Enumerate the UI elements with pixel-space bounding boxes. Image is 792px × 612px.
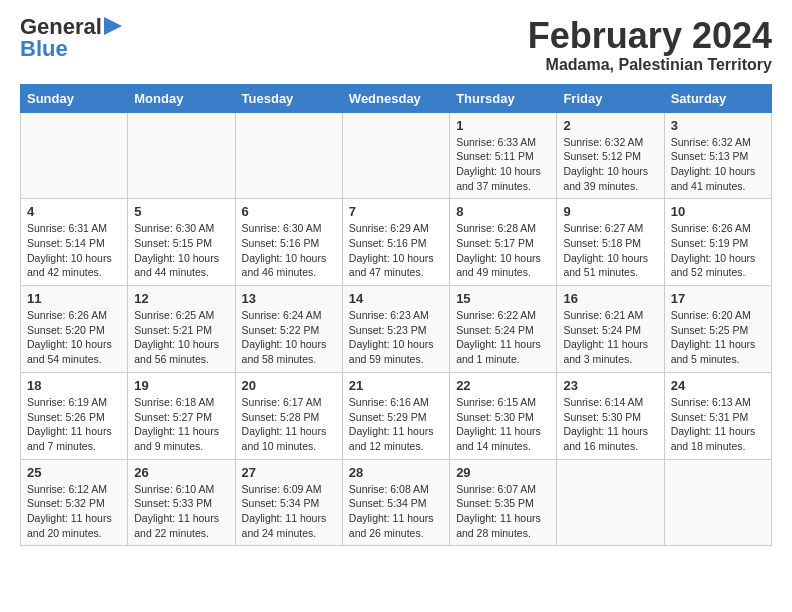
day-number: 2 — [563, 118, 657, 133]
calendar-cell: 19Sunrise: 6:18 AMSunset: 5:27 PMDayligh… — [128, 372, 235, 459]
day-number: 16 — [563, 291, 657, 306]
calendar-cell: 1Sunrise: 6:33 AMSunset: 5:11 PMDaylight… — [450, 112, 557, 199]
calendar-week-row: 4Sunrise: 6:31 AMSunset: 5:14 PMDaylight… — [21, 199, 772, 286]
header-friday: Friday — [557, 84, 664, 112]
calendar-cell — [664, 459, 771, 546]
day-number: 26 — [134, 465, 228, 480]
day-number: 11 — [27, 291, 121, 306]
day-number: 13 — [242, 291, 336, 306]
calendar-cell — [557, 459, 664, 546]
day-number: 18 — [27, 378, 121, 393]
calendar-cell: 14Sunrise: 6:23 AMSunset: 5:23 PMDayligh… — [342, 286, 449, 373]
calendar-cell: 15Sunrise: 6:22 AMSunset: 5:24 PMDayligh… — [450, 286, 557, 373]
day-number: 20 — [242, 378, 336, 393]
day-info: Sunrise: 6:07 AMSunset: 5:35 PMDaylight:… — [456, 482, 550, 541]
day-info: Sunrise: 6:29 AMSunset: 5:16 PMDaylight:… — [349, 221, 443, 280]
day-info: Sunrise: 6:18 AMSunset: 5:27 PMDaylight:… — [134, 395, 228, 454]
calendar-cell: 8Sunrise: 6:28 AMSunset: 5:17 PMDaylight… — [450, 199, 557, 286]
day-number: 5 — [134, 204, 228, 219]
day-info: Sunrise: 6:30 AMSunset: 5:16 PMDaylight:… — [242, 221, 336, 280]
header-thursday: Thursday — [450, 84, 557, 112]
calendar-cell — [128, 112, 235, 199]
calendar-cell: 10Sunrise: 6:26 AMSunset: 5:19 PMDayligh… — [664, 199, 771, 286]
page-header: General Blue February 2024 Madama, Pales… — [20, 16, 772, 74]
logo-arrow-icon — [104, 17, 122, 35]
calendar-cell: 27Sunrise: 6:09 AMSunset: 5:34 PMDayligh… — [235, 459, 342, 546]
day-info: Sunrise: 6:21 AMSunset: 5:24 PMDaylight:… — [563, 308, 657, 367]
calendar-week-row: 18Sunrise: 6:19 AMSunset: 5:26 PMDayligh… — [21, 372, 772, 459]
day-number: 14 — [349, 291, 443, 306]
day-info: Sunrise: 6:19 AMSunset: 5:26 PMDaylight:… — [27, 395, 121, 454]
day-number: 27 — [242, 465, 336, 480]
day-number: 8 — [456, 204, 550, 219]
calendar-cell: 21Sunrise: 6:16 AMSunset: 5:29 PMDayligh… — [342, 372, 449, 459]
calendar-cell: 13Sunrise: 6:24 AMSunset: 5:22 PMDayligh… — [235, 286, 342, 373]
day-number: 21 — [349, 378, 443, 393]
day-info: Sunrise: 6:32 AMSunset: 5:12 PMDaylight:… — [563, 135, 657, 194]
day-number: 19 — [134, 378, 228, 393]
day-info: Sunrise: 6:08 AMSunset: 5:34 PMDaylight:… — [349, 482, 443, 541]
day-info: Sunrise: 6:26 AMSunset: 5:20 PMDaylight:… — [27, 308, 121, 367]
day-info: Sunrise: 6:31 AMSunset: 5:14 PMDaylight:… — [27, 221, 121, 280]
logo-blue-text: Blue — [20, 38, 68, 60]
calendar-cell: 4Sunrise: 6:31 AMSunset: 5:14 PMDaylight… — [21, 199, 128, 286]
day-number: 1 — [456, 118, 550, 133]
calendar-table: SundayMondayTuesdayWednesdayThursdayFrid… — [20, 84, 772, 547]
calendar-cell — [342, 112, 449, 199]
location-title: Madama, Palestinian Territory — [528, 56, 772, 74]
day-info: Sunrise: 6:32 AMSunset: 5:13 PMDaylight:… — [671, 135, 765, 194]
calendar-cell: 24Sunrise: 6:13 AMSunset: 5:31 PMDayligh… — [664, 372, 771, 459]
day-info: Sunrise: 6:17 AMSunset: 5:28 PMDaylight:… — [242, 395, 336, 454]
calendar-cell — [21, 112, 128, 199]
calendar-cell: 16Sunrise: 6:21 AMSunset: 5:24 PMDayligh… — [557, 286, 664, 373]
calendar-cell — [235, 112, 342, 199]
header-saturday: Saturday — [664, 84, 771, 112]
calendar-cell: 11Sunrise: 6:26 AMSunset: 5:20 PMDayligh… — [21, 286, 128, 373]
title-section: February 2024 Madama, Palestinian Territ… — [528, 16, 772, 74]
day-info: Sunrise: 6:27 AMSunset: 5:18 PMDaylight:… — [563, 221, 657, 280]
calendar-cell: 17Sunrise: 6:20 AMSunset: 5:25 PMDayligh… — [664, 286, 771, 373]
calendar-cell: 18Sunrise: 6:19 AMSunset: 5:26 PMDayligh… — [21, 372, 128, 459]
calendar-cell: 23Sunrise: 6:14 AMSunset: 5:30 PMDayligh… — [557, 372, 664, 459]
day-number: 9 — [563, 204, 657, 219]
calendar-cell: 26Sunrise: 6:10 AMSunset: 5:33 PMDayligh… — [128, 459, 235, 546]
day-number: 29 — [456, 465, 550, 480]
day-info: Sunrise: 6:13 AMSunset: 5:31 PMDaylight:… — [671, 395, 765, 454]
day-number: 17 — [671, 291, 765, 306]
day-info: Sunrise: 6:10 AMSunset: 5:33 PMDaylight:… — [134, 482, 228, 541]
day-number: 10 — [671, 204, 765, 219]
day-info: Sunrise: 6:23 AMSunset: 5:23 PMDaylight:… — [349, 308, 443, 367]
calendar-cell: 6Sunrise: 6:30 AMSunset: 5:16 PMDaylight… — [235, 199, 342, 286]
day-number: 3 — [671, 118, 765, 133]
calendar-cell: 22Sunrise: 6:15 AMSunset: 5:30 PMDayligh… — [450, 372, 557, 459]
day-number: 28 — [349, 465, 443, 480]
header-sunday: Sunday — [21, 84, 128, 112]
day-number: 4 — [27, 204, 121, 219]
calendar-cell: 20Sunrise: 6:17 AMSunset: 5:28 PMDayligh… — [235, 372, 342, 459]
calendar-cell: 3Sunrise: 6:32 AMSunset: 5:13 PMDaylight… — [664, 112, 771, 199]
calendar-header-row: SundayMondayTuesdayWednesdayThursdayFrid… — [21, 84, 772, 112]
day-number: 22 — [456, 378, 550, 393]
day-number: 23 — [563, 378, 657, 393]
calendar-cell: 25Sunrise: 6:12 AMSunset: 5:32 PMDayligh… — [21, 459, 128, 546]
day-number: 25 — [27, 465, 121, 480]
day-info: Sunrise: 6:24 AMSunset: 5:22 PMDaylight:… — [242, 308, 336, 367]
logo: General Blue — [20, 16, 122, 60]
day-info: Sunrise: 6:30 AMSunset: 5:15 PMDaylight:… — [134, 221, 228, 280]
day-number: 6 — [242, 204, 336, 219]
day-info: Sunrise: 6:09 AMSunset: 5:34 PMDaylight:… — [242, 482, 336, 541]
calendar-cell: 9Sunrise: 6:27 AMSunset: 5:18 PMDaylight… — [557, 199, 664, 286]
day-info: Sunrise: 6:28 AMSunset: 5:17 PMDaylight:… — [456, 221, 550, 280]
svg-marker-0 — [104, 17, 122, 35]
day-info: Sunrise: 6:12 AMSunset: 5:32 PMDaylight:… — [27, 482, 121, 541]
calendar-week-row: 1Sunrise: 6:33 AMSunset: 5:11 PMDaylight… — [21, 112, 772, 199]
day-info: Sunrise: 6:16 AMSunset: 5:29 PMDaylight:… — [349, 395, 443, 454]
day-number: 15 — [456, 291, 550, 306]
calendar-cell: 7Sunrise: 6:29 AMSunset: 5:16 PMDaylight… — [342, 199, 449, 286]
calendar-cell: 12Sunrise: 6:25 AMSunset: 5:21 PMDayligh… — [128, 286, 235, 373]
calendar-cell: 28Sunrise: 6:08 AMSunset: 5:34 PMDayligh… — [342, 459, 449, 546]
day-info: Sunrise: 6:15 AMSunset: 5:30 PMDaylight:… — [456, 395, 550, 454]
calendar-cell: 5Sunrise: 6:30 AMSunset: 5:15 PMDaylight… — [128, 199, 235, 286]
day-info: Sunrise: 6:33 AMSunset: 5:11 PMDaylight:… — [456, 135, 550, 194]
month-title: February 2024 — [528, 16, 772, 56]
